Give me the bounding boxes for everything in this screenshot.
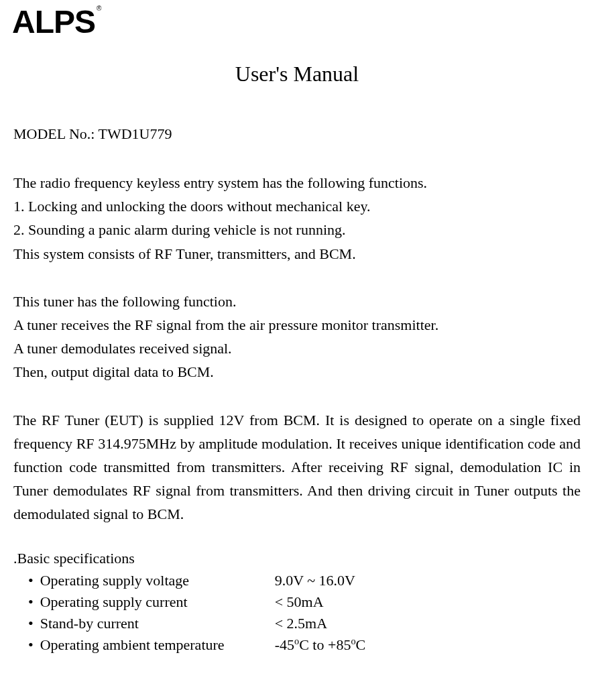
spec-value: < 50mA bbox=[275, 591, 324, 613]
bullet-icon: • bbox=[28, 634, 34, 656]
spec-row: • Operating ambient temperature -45oC to… bbox=[13, 634, 581, 656]
model-number: MODEL No.: TWD1U779 bbox=[13, 125, 581, 143]
spec-label: Operating supply voltage bbox=[40, 570, 275, 591]
intro-line-2: 1. Locking and unlocking the doors witho… bbox=[13, 194, 581, 218]
spec-value: -45oC to +85oC bbox=[275, 634, 366, 656]
tuner-line-4: Then, output digital data to BCM. bbox=[13, 360, 581, 384]
intro-block: The radio frequency keyless entry system… bbox=[13, 171, 581, 266]
spec-row: • Operating supply current < 50mA bbox=[13, 591, 581, 613]
spec-label: Operating ambient temperature bbox=[40, 634, 275, 656]
spec-value: 9.0V ~ 16.0V bbox=[275, 570, 355, 591]
bullet-icon: • bbox=[28, 570, 34, 591]
logo-text: ALPS bbox=[12, 4, 95, 40]
spec-row: • Operating supply voltage 9.0V ~ 16.0V bbox=[13, 570, 581, 591]
tuner-line-1: This tuner has the following function. bbox=[13, 290, 581, 313]
trademark-icon: ® bbox=[97, 5, 101, 12]
intro-line-3: 2. Sounding a panic alarm during vehicle… bbox=[13, 218, 581, 241]
specs-list: • Operating supply voltage 9.0V ~ 16.0V … bbox=[13, 570, 581, 656]
description-text: The RF Tuner (EUT) is supplied 12V from … bbox=[13, 408, 581, 526]
bullet-icon: • bbox=[28, 591, 34, 613]
spec-label: Operating supply current bbox=[40, 591, 275, 613]
bullet-icon: • bbox=[28, 613, 34, 634]
intro-line-4: This system consists of RF Tuner, transm… bbox=[13, 242, 581, 266]
specs-heading: .Basic specifications bbox=[13, 550, 581, 567]
description-block: The RF Tuner (EUT) is supplied 12V from … bbox=[13, 408, 581, 526]
brand-logo: ALPS® bbox=[12, 3, 99, 40]
intro-line-1: The radio frequency keyless entry system… bbox=[13, 171, 581, 194]
tuner-block: This tuner has the following function. A… bbox=[13, 290, 581, 384]
document-title: User's Manual bbox=[13, 62, 581, 86]
tuner-line-2: A tuner receives the RF signal from the … bbox=[13, 313, 581, 337]
tuner-line-3: A tuner demodulates received signal. bbox=[13, 337, 581, 360]
spec-label: Stand-by current bbox=[40, 613, 275, 634]
spec-value: < 2.5mA bbox=[275, 613, 327, 634]
spec-row: • Stand-by current < 2.5mA bbox=[13, 613, 581, 634]
